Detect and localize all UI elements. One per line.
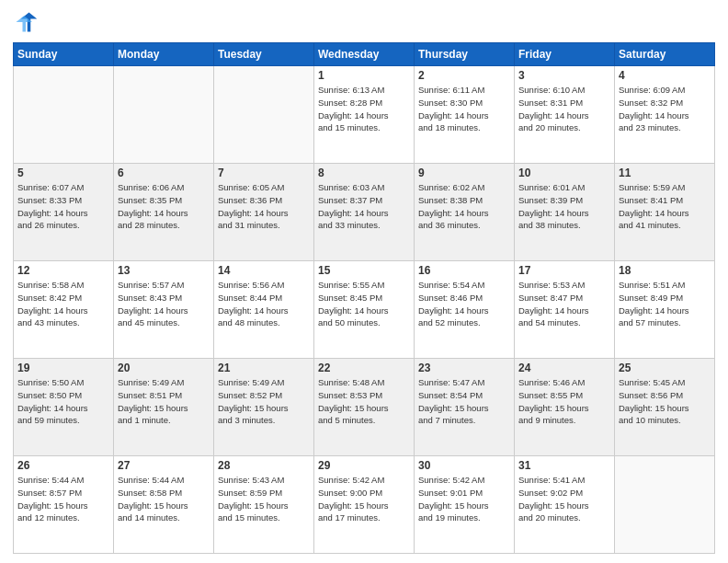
day-info: Sunrise: 6:06 AMSunset: 8:35 PMDaylight:… — [118, 181, 210, 232]
calendar-cell: 9Sunrise: 6:02 AMSunset: 8:38 PMDaylight… — [415, 164, 515, 261]
calendar-cell — [114, 66, 214, 164]
day-info: Sunrise: 5:57 AMSunset: 8:43 PMDaylight:… — [118, 279, 210, 329]
day-number: 10 — [518, 167, 610, 179]
calendar-cell: 24Sunrise: 5:46 AMSunset: 8:55 PMDayligh… — [515, 359, 615, 456]
calendar-week-row: 19Sunrise: 5:50 AMSunset: 8:50 PMDayligh… — [14, 359, 715, 456]
calendar-cell: 27Sunrise: 5:44 AMSunset: 8:58 PMDayligh… — [114, 456, 214, 554]
day-info: Sunrise: 5:44 AMSunset: 8:58 PMDaylight:… — [118, 474, 210, 524]
day-info: Sunrise: 5:51 AMSunset: 8:49 PMDaylight:… — [619, 279, 711, 329]
calendar-cell: 20Sunrise: 5:49 AMSunset: 8:51 PMDayligh… — [114, 359, 214, 456]
day-info: Sunrise: 5:49 AMSunset: 8:52 PMDaylight:… — [218, 376, 310, 427]
calendar-cell: 19Sunrise: 5:50 AMSunset: 8:50 PMDayligh… — [14, 359, 114, 456]
calendar-cell: 23Sunrise: 5:47 AMSunset: 8:54 PMDayligh… — [415, 359, 515, 456]
day-number: 23 — [418, 362, 510, 374]
day-number: 24 — [518, 362, 610, 374]
day-number: 25 — [619, 362, 711, 374]
day-number: 16 — [418, 264, 510, 277]
header — [13, 9, 715, 35]
day-info: Sunrise: 6:01 AMSunset: 8:39 PMDaylight:… — [518, 181, 610, 232]
calendar-week-row: 1Sunrise: 6:13 AMSunset: 8:28 PMDaylight… — [14, 66, 715, 164]
calendar: SundayMondayTuesdayWednesdayThursdayFrid… — [13, 42, 715, 554]
day-info: Sunrise: 6:09 AMSunset: 8:32 PMDaylight:… — [619, 84, 711, 134]
day-info: Sunrise: 5:47 AMSunset: 8:54 PMDaylight:… — [418, 376, 510, 427]
day-info: Sunrise: 5:54 AMSunset: 8:46 PMDaylight:… — [418, 279, 510, 329]
weekday-header-wednesday: Wednesday — [314, 43, 415, 66]
weekday-header-monday: Monday — [114, 43, 214, 66]
calendar-cell: 30Sunrise: 5:42 AMSunset: 9:01 PMDayligh… — [415, 456, 515, 554]
calendar-cell: 5Sunrise: 6:07 AMSunset: 8:33 PMDaylight… — [14, 164, 114, 261]
calendar-cell: 14Sunrise: 5:56 AMSunset: 8:44 PMDayligh… — [214, 261, 314, 359]
day-info: Sunrise: 6:13 AMSunset: 8:28 PMDaylight:… — [318, 84, 410, 134]
calendar-cell: 8Sunrise: 6:03 AMSunset: 8:37 PMDaylight… — [314, 164, 415, 261]
day-info: Sunrise: 6:07 AMSunset: 8:33 PMDaylight:… — [17, 181, 109, 232]
day-number: 26 — [17, 459, 109, 472]
calendar-cell: 17Sunrise: 5:53 AMSunset: 8:47 PMDayligh… — [515, 261, 615, 359]
day-info: Sunrise: 5:48 AMSunset: 8:53 PMDaylight:… — [318, 376, 410, 427]
day-number: 4 — [619, 69, 711, 82]
calendar-cell: 15Sunrise: 5:55 AMSunset: 8:45 PMDayligh… — [314, 261, 415, 359]
day-number: 5 — [17, 167, 109, 179]
calendar-cell: 31Sunrise: 5:41 AMSunset: 9:02 PMDayligh… — [515, 456, 615, 554]
weekday-header-sunday: Sunday — [14, 43, 114, 66]
day-number: 30 — [418, 459, 510, 472]
calendar-cell: 2Sunrise: 6:11 AMSunset: 8:30 PMDaylight… — [415, 66, 515, 164]
day-number: 1 — [318, 69, 410, 82]
calendar-cell: 16Sunrise: 5:54 AMSunset: 8:46 PMDayligh… — [415, 261, 515, 359]
day-number: 2 — [418, 69, 510, 82]
calendar-cell: 18Sunrise: 5:51 AMSunset: 8:49 PMDayligh… — [615, 261, 715, 359]
weekday-header-thursday: Thursday — [415, 43, 515, 66]
calendar-cell — [14, 66, 114, 164]
calendar-cell: 13Sunrise: 5:57 AMSunset: 8:43 PMDayligh… — [114, 261, 214, 359]
calendar-cell: 7Sunrise: 6:05 AMSunset: 8:36 PMDaylight… — [214, 164, 314, 261]
day-info: Sunrise: 5:45 AMSunset: 8:56 PMDaylight:… — [619, 376, 711, 427]
day-number: 6 — [118, 167, 210, 179]
day-info: Sunrise: 6:02 AMSunset: 8:38 PMDaylight:… — [418, 181, 510, 232]
day-info: Sunrise: 5:58 AMSunset: 8:42 PMDaylight:… — [17, 279, 109, 329]
weekday-header-saturday: Saturday — [615, 43, 715, 66]
day-number: 31 — [518, 459, 610, 472]
calendar-cell: 10Sunrise: 6:01 AMSunset: 8:39 PMDayligh… — [515, 164, 615, 261]
day-number: 11 — [619, 167, 711, 179]
day-info: Sunrise: 6:03 AMSunset: 8:37 PMDaylight:… — [318, 181, 410, 232]
day-info: Sunrise: 5:46 AMSunset: 8:55 PMDaylight:… — [518, 376, 610, 427]
day-info: Sunrise: 5:55 AMSunset: 8:45 PMDaylight:… — [318, 279, 410, 329]
day-info: Sunrise: 5:59 AMSunset: 8:41 PMDaylight:… — [619, 181, 711, 232]
calendar-week-row: 5Sunrise: 6:07 AMSunset: 8:33 PMDaylight… — [14, 164, 715, 261]
logo-icon — [13, 9, 39, 35]
calendar-cell: 21Sunrise: 5:49 AMSunset: 8:52 PMDayligh… — [214, 359, 314, 456]
day-info: Sunrise: 5:50 AMSunset: 8:50 PMDaylight:… — [17, 376, 109, 427]
day-number: 15 — [318, 264, 410, 277]
day-number: 27 — [118, 459, 210, 472]
day-number: 3 — [518, 69, 610, 82]
day-number: 12 — [17, 264, 109, 277]
day-info: Sunrise: 5:41 AMSunset: 9:02 PMDaylight:… — [518, 474, 610, 524]
page: SundayMondayTuesdayWednesdayThursdayFrid… — [0, 0, 728, 563]
day-number: 8 — [318, 167, 410, 179]
calendar-week-row: 26Sunrise: 5:44 AMSunset: 8:57 PMDayligh… — [14, 456, 715, 554]
logo — [13, 9, 42, 35]
day-info: Sunrise: 5:42 AMSunset: 9:00 PMDaylight:… — [318, 474, 410, 524]
day-number: 20 — [118, 362, 210, 374]
calendar-cell — [615, 456, 715, 554]
day-info: Sunrise: 5:44 AMSunset: 8:57 PMDaylight:… — [17, 474, 109, 524]
calendar-cell: 12Sunrise: 5:58 AMSunset: 8:42 PMDayligh… — [14, 261, 114, 359]
calendar-cell: 11Sunrise: 5:59 AMSunset: 8:41 PMDayligh… — [615, 164, 715, 261]
calendar-cell — [214, 66, 314, 164]
day-info: Sunrise: 6:05 AMSunset: 8:36 PMDaylight:… — [218, 181, 310, 232]
calendar-cell: 29Sunrise: 5:42 AMSunset: 9:00 PMDayligh… — [314, 456, 415, 554]
day-number: 28 — [218, 459, 310, 472]
day-number: 13 — [118, 264, 210, 277]
calendar-cell: 22Sunrise: 5:48 AMSunset: 8:53 PMDayligh… — [314, 359, 415, 456]
day-number: 22 — [318, 362, 410, 374]
weekday-header-friday: Friday — [515, 43, 615, 66]
day-number: 18 — [619, 264, 711, 277]
calendar-cell: 3Sunrise: 6:10 AMSunset: 8:31 PMDaylight… — [515, 66, 615, 164]
day-info: Sunrise: 6:10 AMSunset: 8:31 PMDaylight:… — [518, 84, 610, 134]
day-number: 14 — [218, 264, 310, 277]
day-number: 29 — [318, 459, 410, 472]
weekday-header-tuesday: Tuesday — [214, 43, 314, 66]
day-info: Sunrise: 6:11 AMSunset: 8:30 PMDaylight:… — [418, 84, 510, 134]
day-number: 21 — [218, 362, 310, 374]
day-number: 7 — [218, 167, 310, 179]
calendar-cell: 28Sunrise: 5:43 AMSunset: 8:59 PMDayligh… — [214, 456, 314, 554]
